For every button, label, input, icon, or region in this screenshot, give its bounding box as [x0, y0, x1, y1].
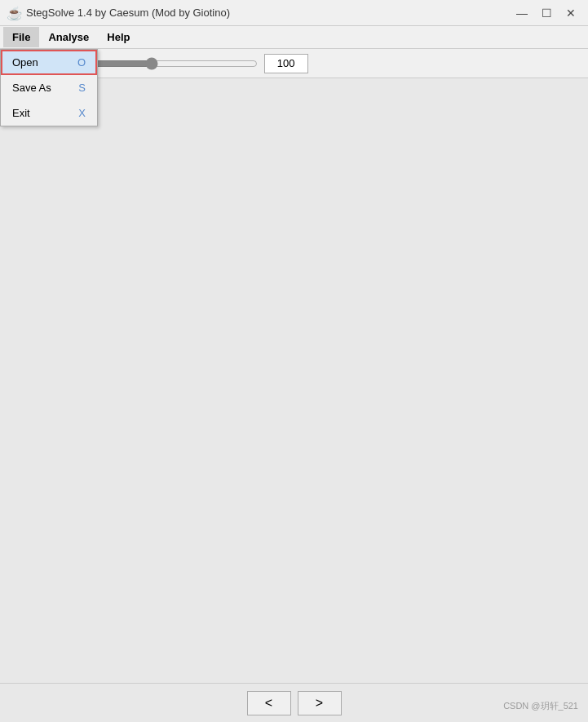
- title-bar: ☕ StegSolve 1.4 by Caesum (Mod by Giotin…: [0, 0, 588, 26]
- next-button[interactable]: >: [298, 691, 342, 715]
- file-dropdown-menu: Open O Save As S Exit X: [0, 49, 98, 126]
- main-content: [0, 78, 588, 683]
- menu-item-help[interactable]: Help: [98, 27, 139, 47]
- window-title: StegSolve 1.4 by Caesum (Mod by Giotino): [26, 7, 230, 19]
- menu-item-analyse[interactable]: Analyse: [39, 27, 98, 47]
- menu-exit-shortcut: X: [78, 107, 86, 119]
- menu-exit-label: Exit: [12, 107, 30, 119]
- bottom-bar: < > CSDN @玥轩_521: [0, 683, 588, 722]
- title-bar-controls: — ☐ ✕: [511, 4, 581, 22]
- prev-button[interactable]: <: [247, 691, 291, 715]
- title-bar-left: ☕ StegSolve 1.4 by Caesum (Mod by Giotin…: [7, 6, 230, 20]
- menu-save-as-shortcut: S: [78, 82, 86, 94]
- menu-bar: File Analyse Help Open O Save As S Exit …: [0, 26, 588, 49]
- menu-exit[interactable]: Exit X: [1, 100, 97, 126]
- menu-item-file[interactable]: File: [3, 27, 39, 47]
- menu-save-as-label: Save As: [12, 82, 51, 94]
- maximize-button[interactable]: ☐: [536, 4, 557, 22]
- menu-open-shortcut: O: [77, 56, 86, 69]
- minimize-button[interactable]: —: [511, 4, 533, 22]
- close-button[interactable]: ✕: [560, 4, 581, 22]
- menu-open-label: Open: [12, 56, 38, 69]
- menu-save-as[interactable]: Save As S: [1, 75, 97, 100]
- app-icon: ☕: [7, 6, 21, 20]
- menu-open[interactable]: Open O: [1, 50, 97, 75]
- zoom-input[interactable]: [264, 54, 308, 73]
- watermark: CSDN @玥轩_521: [503, 700, 578, 712]
